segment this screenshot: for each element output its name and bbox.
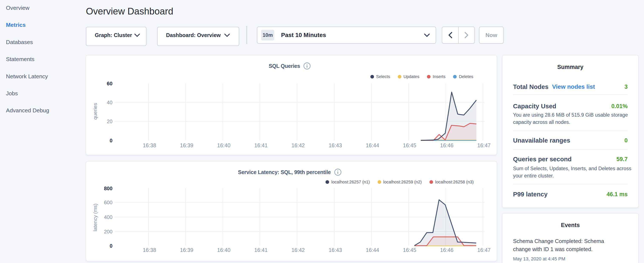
svg-text:16:44: 16:44 (366, 142, 379, 148)
svg-text:0: 0 (110, 138, 112, 143)
svg-text:16:41: 16:41 (254, 142, 268, 148)
svg-text:16:45: 16:45 (403, 247, 416, 253)
svg-text:20: 20 (107, 119, 112, 124)
svg-text:40: 40 (107, 100, 112, 105)
svg-text:16:39: 16:39 (180, 247, 194, 253)
svg-text:16:43: 16:43 (329, 142, 342, 148)
svg-text:600: 600 (104, 200, 112, 205)
svg-text:16:43: 16:43 (329, 247, 342, 253)
svg-text:16:47: 16:47 (477, 247, 491, 253)
svg-text:16:46: 16:46 (440, 247, 454, 253)
svg-text:16:40: 16:40 (217, 142, 230, 148)
svg-text:16:47: 16:47 (477, 142, 491, 148)
svg-text:16:45: 16:45 (403, 142, 416, 148)
svg-text:16:39: 16:39 (180, 142, 194, 148)
svg-text:16:44: 16:44 (366, 247, 379, 253)
svg-text:16:41: 16:41 (254, 247, 268, 253)
svg-text:latency (ms): latency (ms) (92, 204, 98, 231)
svg-text:200: 200 (104, 229, 112, 234)
svg-text:16:42: 16:42 (292, 247, 305, 253)
svg-text:0: 0 (110, 243, 112, 249)
svg-text:16:46: 16:46 (440, 142, 454, 148)
svg-text:16:38: 16:38 (143, 247, 156, 253)
svg-text:queries: queries (92, 103, 98, 120)
svg-text:60: 60 (107, 81, 112, 86)
svg-text:800: 800 (104, 185, 112, 191)
svg-text:16:42: 16:42 (292, 142, 305, 148)
svg-text:16:40: 16:40 (217, 247, 230, 253)
svg-text:16:38: 16:38 (143, 142, 156, 148)
svg-text:400: 400 (104, 214, 112, 220)
